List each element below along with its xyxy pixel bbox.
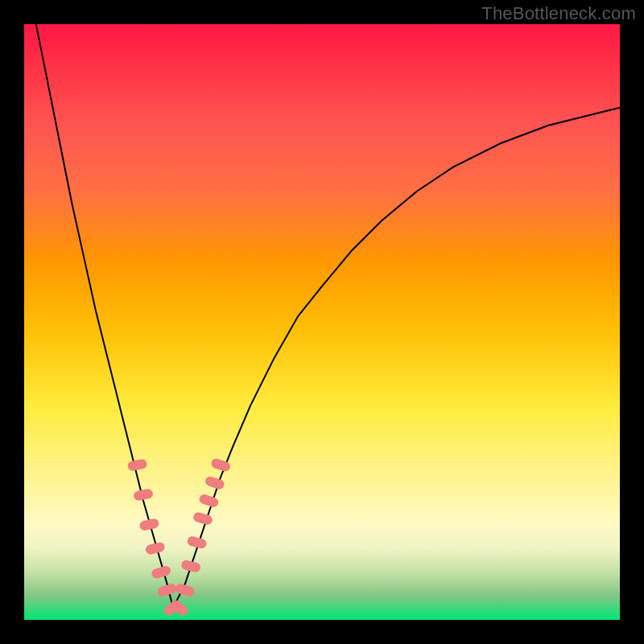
- plot-area: [24, 24, 620, 620]
- marker-point: [198, 493, 220, 509]
- marker-point: [133, 488, 154, 501]
- right-curve: [173, 108, 620, 609]
- marker-point: [180, 559, 201, 573]
- marker-point: [204, 475, 226, 490]
- marker-point: [138, 518, 159, 531]
- chart-frame: TheBottleneck.com: [0, 0, 644, 644]
- marker-point: [145, 541, 166, 555]
- chart-svg: [24, 24, 620, 620]
- marker-point: [192, 511, 213, 526]
- marker-point: [187, 535, 208, 549]
- marker-point: [127, 458, 148, 471]
- watermark-text: TheBottleneck.com: [481, 3, 636, 24]
- right-curve-path: [173, 108, 620, 609]
- data-markers: [127, 457, 232, 617]
- marker-point: [151, 565, 171, 580]
